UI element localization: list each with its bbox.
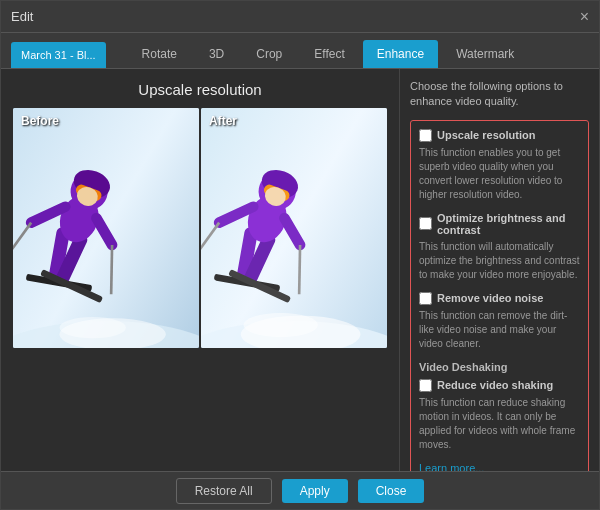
restore-all-button[interactable]: Restore All (176, 478, 272, 504)
checkbox-deshake[interactable] (419, 379, 432, 392)
preview-before: Before (13, 108, 199, 348)
title-bar-left: Edit (11, 9, 33, 24)
preview-after: After (201, 108, 387, 348)
preview-title: Upscale resolution (138, 81, 261, 98)
bottom-bar: Restore All Apply Close (1, 471, 599, 509)
svg-point-33 (244, 313, 318, 337)
preview-container: Before (13, 108, 387, 348)
option-row-noise: Remove video noise (419, 292, 580, 305)
option-group-upscale: Upscale resolution This function enables… (419, 129, 580, 202)
label-noise: Remove video noise (437, 292, 543, 304)
tab-watermark[interactable]: Watermark (442, 40, 528, 68)
edit-window: Edit × March 31 - Bl... Rotate 3D Crop E… (0, 0, 600, 510)
tab-3d[interactable]: 3D (195, 40, 238, 68)
tab-effect[interactable]: Effect (300, 40, 358, 68)
option-group-noise: Remove video noise This function can rem… (419, 292, 580, 351)
checkbox-upscale[interactable] (419, 129, 432, 142)
checkbox-brightness[interactable] (419, 217, 432, 230)
title-bar: Edit × (1, 1, 599, 33)
label-upscale: Upscale resolution (437, 129, 535, 141)
window-title: Edit (11, 9, 33, 24)
desc-deshake: This function can reduce shaking motion … (419, 396, 580, 452)
checkbox-noise[interactable] (419, 292, 432, 305)
right-panel: Choose the following options to enhance … (399, 69, 599, 471)
tab-bar: March 31 - Bl... Rotate 3D Crop Effect E… (1, 33, 599, 69)
option-row-brightness: Optimize brightness and contrast (419, 212, 580, 236)
desc-upscale: This function enables you to get superb … (419, 146, 580, 202)
option-row-upscale: Upscale resolution (419, 129, 580, 142)
before-image (13, 108, 199, 348)
enhance-intro: Choose the following options to enhance … (410, 79, 589, 110)
label-brightness: Optimize brightness and contrast (437, 212, 580, 236)
option-row-deshake: Reduce video shaking (419, 379, 580, 392)
nav-tabs: Rotate 3D Crop Effect Enhance Watermark (128, 40, 529, 68)
deshaking-header: Video Deshaking (419, 361, 580, 373)
window-close-button[interactable]: × (580, 9, 589, 25)
tab-crop[interactable]: Crop (242, 40, 296, 68)
tab-enhance[interactable]: Enhance (363, 40, 438, 68)
close-button[interactable]: Close (358, 479, 425, 503)
desc-brightness: This function will automatically optimiz… (419, 240, 580, 282)
apply-button[interactable]: Apply (282, 479, 348, 503)
after-image (201, 108, 387, 348)
before-label: Before (21, 114, 59, 128)
label-deshake: Reduce video shaking (437, 379, 553, 391)
option-group-brightness: Optimize brightness and contrast This fu… (419, 212, 580, 282)
desc-noise: This function can remove the dirt-like v… (419, 309, 580, 351)
learn-more-link[interactable]: Learn more... (419, 462, 580, 471)
option-group-deshake: Reduce video shaking This function can r… (419, 379, 580, 452)
enhance-options-section: Upscale resolution This function enables… (410, 120, 589, 471)
svg-point-16 (60, 317, 126, 338)
file-tab[interactable]: March 31 - Bl... (11, 42, 106, 68)
left-panel: Upscale resolution Before (1, 69, 399, 471)
content-area: Upscale resolution Before (1, 69, 599, 471)
tab-rotate[interactable]: Rotate (128, 40, 191, 68)
after-label: After (209, 114, 237, 128)
